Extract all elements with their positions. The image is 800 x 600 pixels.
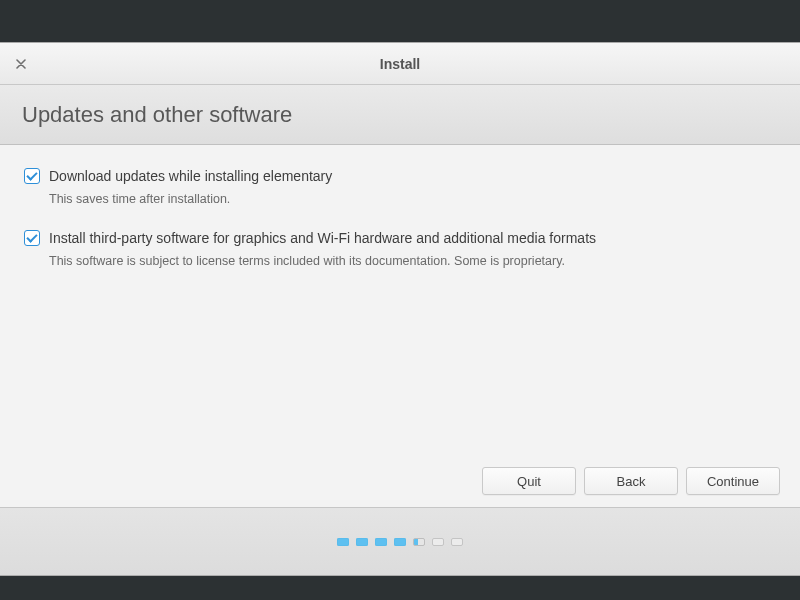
option-label: Install third-party software for graphic…	[49, 229, 596, 247]
close-icon	[16, 59, 26, 69]
page-title: Updates and other software	[22, 102, 292, 128]
page-header: Updates and other software	[0, 85, 800, 145]
option-third-party: Install third-party software for graphic…	[24, 229, 776, 269]
progress-dot-current	[413, 538, 425, 546]
installer-window: Install Updates and other software Downl…	[0, 42, 800, 576]
back-button[interactable]: Back	[584, 467, 678, 495]
content-area: Download updates while installing elemen…	[0, 145, 800, 507]
desktop-panel-top	[0, 0, 800, 42]
window-title: Install	[0, 56, 800, 72]
continue-button[interactable]: Continue	[686, 467, 780, 495]
checkbox-third-party[interactable]	[24, 230, 40, 246]
titlebar: Install	[0, 43, 800, 85]
progress-dot	[356, 538, 368, 546]
option-label: Download updates while installing elemen…	[49, 167, 332, 185]
option-description: This saves time after installation.	[49, 191, 332, 207]
desktop-panel-bottom	[0, 576, 800, 600]
progress-dot	[451, 538, 463, 546]
progress-dot	[394, 538, 406, 546]
option-description: This software is subject to license term…	[49, 253, 596, 269]
button-row: Quit Back Continue	[482, 467, 780, 495]
progress-dot	[432, 538, 444, 546]
progress-dot	[337, 538, 349, 546]
checkbox-download-updates[interactable]	[24, 168, 40, 184]
close-button[interactable]	[12, 55, 30, 73]
option-download-updates: Download updates while installing elemen…	[24, 167, 776, 207]
progress-footer	[0, 507, 800, 575]
progress-dot	[375, 538, 387, 546]
quit-button[interactable]: Quit	[482, 467, 576, 495]
